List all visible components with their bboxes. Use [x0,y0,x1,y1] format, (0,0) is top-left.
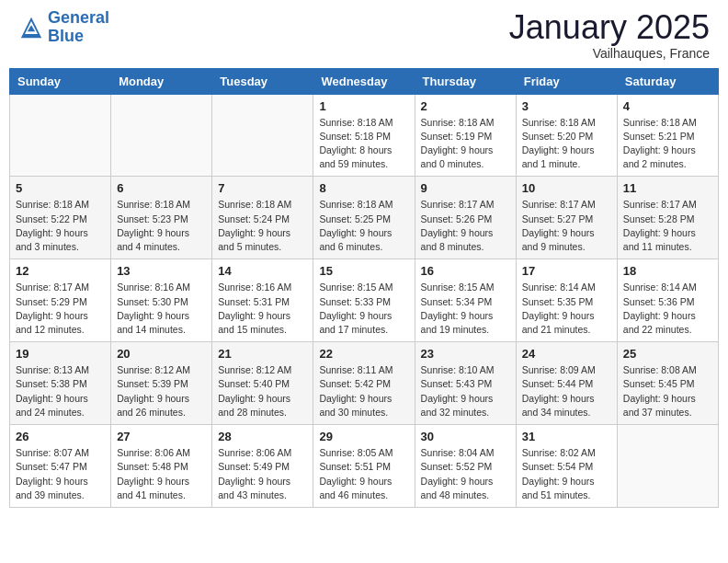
calendar-cell: 26Sunrise: 8:07 AM Sunset: 5:47 PM Dayli… [10,425,111,508]
day-number: 2 [421,99,510,113]
day-info: Sunrise: 8:18 AM Sunset: 5:22 PM Dayligh… [16,198,105,254]
day-info: Sunrise: 8:17 AM Sunset: 5:29 PM Dayligh… [16,281,105,337]
day-number: 4 [623,99,712,113]
month-title: January 2025 [509,9,710,46]
day-number: 17 [522,264,611,278]
day-info: Sunrise: 8:18 AM Sunset: 5:21 PM Dayligh… [623,116,712,172]
calendar-week-2: 5Sunrise: 8:18 AM Sunset: 5:22 PM Daylig… [10,177,719,259]
day-info: Sunrise: 8:12 AM Sunset: 5:40 PM Dayligh… [218,363,307,419]
day-info: Sunrise: 8:16 AM Sunset: 5:30 PM Dayligh… [117,281,206,337]
calendar-week-3: 12Sunrise: 8:17 AM Sunset: 5:29 PM Dayli… [10,259,719,342]
day-info: Sunrise: 8:02 AM Sunset: 5:54 PM Dayligh… [522,446,611,502]
calendar-cell: 18Sunrise: 8:14 AM Sunset: 5:36 PM Dayli… [617,259,718,342]
page: General Blue January 2025 Vailhauques, F… [0,0,728,517]
day-info: Sunrise: 8:18 AM Sunset: 5:19 PM Dayligh… [421,116,510,172]
day-number: 25 [623,347,712,361]
calendar-week-1: 1Sunrise: 8:18 AM Sunset: 5:18 PM Daylig… [10,94,719,177]
day-number: 3 [522,99,611,113]
calendar-cell: 7Sunrise: 8:18 AM Sunset: 5:24 PM Daylig… [212,177,313,259]
day-info: Sunrise: 8:18 AM Sunset: 5:24 PM Dayligh… [218,198,307,254]
calendar-cell [617,425,718,508]
day-number: 21 [218,347,307,361]
day-info: Sunrise: 8:04 AM Sunset: 5:52 PM Dayligh… [421,446,510,502]
calendar-cell: 12Sunrise: 8:17 AM Sunset: 5:29 PM Dayli… [10,259,111,342]
calendar-cell: 29Sunrise: 8:05 AM Sunset: 5:51 PM Dayli… [313,425,415,508]
calendar-week-4: 19Sunrise: 8:13 AM Sunset: 5:38 PM Dayli… [10,342,719,425]
calendar-cell: 10Sunrise: 8:17 AM Sunset: 5:27 PM Dayli… [516,177,617,259]
day-info: Sunrise: 8:18 AM Sunset: 5:23 PM Dayligh… [117,198,206,254]
calendar-cell [212,94,313,177]
calendar-cell: 11Sunrise: 8:17 AM Sunset: 5:28 PM Dayli… [617,177,718,259]
header-wednesday: Wednesday [313,68,415,94]
calendar-cell: 21Sunrise: 8:12 AM Sunset: 5:40 PM Dayli… [212,342,313,425]
header-thursday: Thursday [415,68,516,94]
day-info: Sunrise: 8:15 AM Sunset: 5:34 PM Dayligh… [421,281,510,337]
calendar-week-5: 26Sunrise: 8:07 AM Sunset: 5:47 PM Dayli… [10,425,719,508]
header-tuesday: Tuesday [212,68,313,94]
day-number: 19 [16,347,105,361]
day-number: 31 [522,430,611,443]
calendar-cell: 3Sunrise: 8:18 AM Sunset: 5:20 PM Daylig… [516,94,617,177]
day-number: 29 [319,430,408,443]
calendar-cell: 23Sunrise: 8:10 AM Sunset: 5:43 PM Dayli… [415,342,516,425]
day-number: 14 [218,264,307,278]
calendar-cell: 28Sunrise: 8:06 AM Sunset: 5:49 PM Dayli… [212,425,313,508]
logo-line2: Blue [48,27,84,45]
calendar-cell: 25Sunrise: 8:08 AM Sunset: 5:45 PM Dayli… [617,342,718,425]
day-number: 10 [522,181,611,195]
day-info: Sunrise: 8:17 AM Sunset: 5:27 PM Dayligh… [522,198,611,254]
calendar-cell: 17Sunrise: 8:14 AM Sunset: 5:35 PM Dayli… [516,259,617,342]
weekday-header-row: Sunday Monday Tuesday Wednesday Thursday… [10,68,719,94]
calendar-cell: 6Sunrise: 8:18 AM Sunset: 5:23 PM Daylig… [111,177,212,259]
calendar-cell: 22Sunrise: 8:11 AM Sunset: 5:42 PM Dayli… [313,342,415,425]
title-block: January 2025 Vailhauques, France [509,9,710,61]
day-info: Sunrise: 8:06 AM Sunset: 5:49 PM Dayligh… [218,446,307,502]
calendar-cell: 15Sunrise: 8:15 AM Sunset: 5:33 PM Dayli… [313,259,415,342]
calendar: Sunday Monday Tuesday Wednesday Thursday… [9,68,719,508]
day-info: Sunrise: 8:14 AM Sunset: 5:36 PM Dayligh… [623,281,712,337]
header-saturday: Saturday [617,68,718,94]
day-number: 1 [319,99,408,113]
day-number: 6 [117,181,206,195]
day-number: 12 [16,264,105,278]
day-number: 18 [623,264,712,278]
logo: General Blue [18,9,109,46]
calendar-cell: 30Sunrise: 8:04 AM Sunset: 5:52 PM Dayli… [415,425,516,508]
header-monday: Monday [111,68,212,94]
calendar-cell: 16Sunrise: 8:15 AM Sunset: 5:34 PM Dayli… [415,259,516,342]
day-info: Sunrise: 8:18 AM Sunset: 5:20 PM Dayligh… [522,116,611,172]
calendar-cell [111,94,212,177]
day-info: Sunrise: 8:18 AM Sunset: 5:18 PM Dayligh… [319,116,408,172]
day-info: Sunrise: 8:05 AM Sunset: 5:51 PM Dayligh… [319,446,408,502]
day-number: 27 [117,430,206,443]
calendar-cell: 4Sunrise: 8:18 AM Sunset: 5:21 PM Daylig… [617,94,718,177]
day-number: 26 [16,430,105,443]
header-sunday: Sunday [10,68,111,94]
calendar-cell: 27Sunrise: 8:06 AM Sunset: 5:48 PM Dayli… [111,425,212,508]
day-info: Sunrise: 8:09 AM Sunset: 5:44 PM Dayligh… [522,363,611,419]
calendar-cell: 8Sunrise: 8:18 AM Sunset: 5:25 PM Daylig… [313,177,415,259]
day-info: Sunrise: 8:06 AM Sunset: 5:48 PM Dayligh… [117,446,206,502]
calendar-cell: 9Sunrise: 8:17 AM Sunset: 5:26 PM Daylig… [415,177,516,259]
calendar-cell: 2Sunrise: 8:18 AM Sunset: 5:19 PM Daylig… [415,94,516,177]
logo-line1: General [48,8,109,27]
day-number: 22 [319,347,408,361]
calendar-cell: 13Sunrise: 8:16 AM Sunset: 5:30 PM Dayli… [111,259,212,342]
day-info: Sunrise: 8:08 AM Sunset: 5:45 PM Dayligh… [623,363,712,419]
day-info: Sunrise: 8:15 AM Sunset: 5:33 PM Dayligh… [319,281,408,337]
calendar-cell: 24Sunrise: 8:09 AM Sunset: 5:44 PM Dayli… [516,342,617,425]
day-number: 13 [117,264,206,278]
day-info: Sunrise: 8:13 AM Sunset: 5:38 PM Dayligh… [16,363,105,419]
day-info: Sunrise: 8:07 AM Sunset: 5:47 PM Dayligh… [16,446,105,502]
day-number: 23 [421,347,510,361]
day-number: 15 [319,264,408,278]
logo-text: General Blue [48,9,109,46]
calendar-cell: 14Sunrise: 8:16 AM Sunset: 5:31 PM Dayli… [212,259,313,342]
calendar-cell: 20Sunrise: 8:12 AM Sunset: 5:39 PM Dayli… [111,342,212,425]
day-number: 5 [16,181,105,195]
day-number: 7 [218,181,307,195]
day-number: 28 [218,430,307,443]
header-friday: Friday [516,68,617,94]
calendar-cell: 1Sunrise: 8:18 AM Sunset: 5:18 PM Daylig… [313,94,415,177]
day-number: 9 [421,181,510,195]
